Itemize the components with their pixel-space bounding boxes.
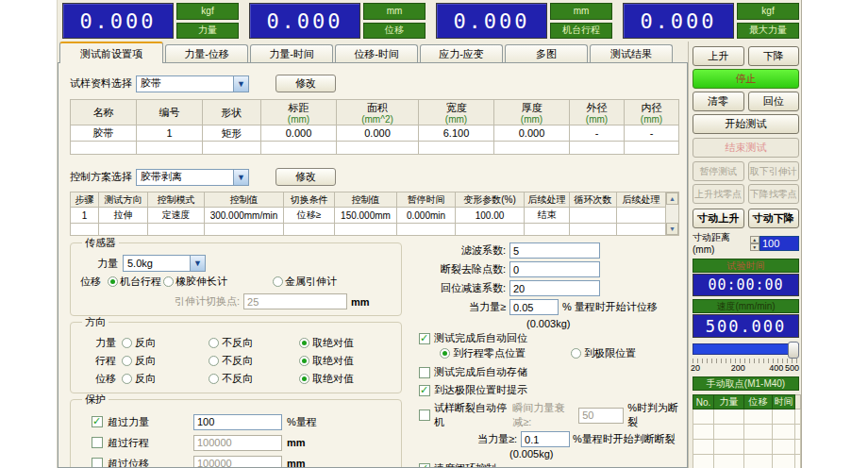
up-button[interactable]: 上升 [693,46,744,66]
radio-force-no-reverse[interactable] [209,338,219,348]
pretest-settings-page: 试样资料选择 胶带 ▼ 修改 名称 编号 形状 标距(mm) 面积( [58,62,688,468]
manual-points-table: No. 力量 位移 时间 [693,394,801,468]
sample-modify-button[interactable]: 修改 [275,75,336,92]
points-empty-row [693,410,801,425]
col-test-direction: 测试方向 [99,192,148,208]
scheme-modify-button[interactable]: 修改 [275,168,336,186]
sample-row[interactable]: 胶带1矩形0.0000.0006.1000.000-- [71,125,679,142]
down-find-zero-button[interactable]: 下降找零点 [748,184,800,204]
force-sensor-select[interactable]: 5.0kg ▼ [123,255,206,272]
checkbox-over-force[interactable] [92,416,103,427]
scheme-table-scrollbar[interactable]: ▲ ▼ [666,192,679,236]
remove-extensometer-button[interactable]: 取下引伸计 [748,161,800,181]
col-outer-dia: 外径(mm) [570,100,625,125]
radio-return-limit[interactable] [571,348,581,359]
scroll-down-icon[interactable]: ▼ [666,223,678,235]
force-unit-label: kgf [176,3,239,20]
col-shape: 形状 [203,100,261,125]
clear-zero-button[interactable]: 清零 [693,92,744,111]
scheme-row[interactable]: 1拉伸定速度300.000mm/min位移≥150.000mm0.000min1… [71,208,666,224]
radio-stroke-reverse[interactable] [122,356,132,366]
col-control-mode: 控制模式 [148,192,205,208]
tab-multi-chart[interactable]: 多图 [505,44,588,63]
scheme-select-label: 控制方案选择 [70,170,132,184]
radio-rubber-extensometer[interactable] [163,276,174,287]
radio-force-reverse[interactable] [122,338,132,348]
tab-stress-strain[interactable]: 应力-应变 [420,44,503,63]
sample-empty-row [71,142,679,155]
stroke-unit-label: mm [550,3,612,20]
radio-stroke-no-reverse[interactable] [209,356,219,366]
display-stroke: 0.000 mm机台行程 [436,3,612,40]
display-force: 0.000 kgf力量 [62,3,239,40]
stop-button[interactable]: 停止 [693,69,799,89]
chevron-down-icon[interactable]: ▼ [233,170,248,185]
return-decel-label: 回位减速系数: [419,281,509,295]
over-displacement-input[interactable] [193,456,282,468]
sample-select[interactable]: 胶带 ▼ [136,75,249,92]
col-post-process-2: 后续处理 [617,192,666,208]
chevron-down-icon[interactable]: ▼ [233,76,248,92]
checkbox-speed-loop[interactable] [419,463,430,468]
disp-start-input[interactable] [509,299,559,315]
tab-displacement-time[interactable]: 位移-时间 [335,44,418,63]
radio-disp-reverse[interactable] [122,374,132,384]
tab-force-displacement[interactable]: 力量-位移 [165,44,248,63]
force-name-label: 力量 [176,23,239,40]
scheme-select-value: 胶带剥离 [141,170,182,184]
checkbox-auto-return[interactable] [419,333,430,344]
points-scroll-corner [795,395,801,410]
checkbox-break-autostop[interactable] [419,410,430,421]
return-decel-input[interactable] [509,280,600,296]
displacement-name-label: 位移 [363,23,426,40]
scroll-up-icon[interactable]: ▲ [666,192,678,205]
scheme-select[interactable]: 胶带剥离 ▼ [136,169,249,186]
extensometer-switch-input[interactable] [243,293,347,309]
radio-metal-extensometer[interactable] [273,276,283,287]
end-test-button[interactable]: 结束测试 [693,138,799,158]
tab-pretest-settings[interactable]: 测试前设置项 [59,42,163,63]
stroke-value-display: 0.000 [436,3,547,39]
slider-thumb[interactable] [788,342,799,359]
radio-force-absolute[interactable] [299,338,309,348]
up-find-zero-button[interactable]: 上升找零点 [693,184,744,204]
col-thickness: 厚度(mm) [494,100,570,125]
start-test-button[interactable]: 开始测试 [693,114,799,134]
pause-test-button[interactable]: 暂停测试 [693,161,744,181]
col-inner-dia: 内径(mm) [625,100,679,125]
extensometer-switch-label: 引伸计切换点: [175,294,240,309]
direction-groupbox: 方向 力量 反向 不反向 取绝对值 行程 反向 不反向 [70,322,402,393]
return-home-button[interactable]: 回位 [748,92,800,111]
checkbox-over-displacement[interactable] [92,458,103,468]
radio-return-zero[interactable] [440,348,450,359]
radio-machine-stroke[interactable] [108,276,118,287]
tab-force-time[interactable]: 力量-时间 [250,44,333,63]
jog-down-button[interactable]: 寸动下降 [748,209,800,228]
chevron-down-icon[interactable]: ▼ [190,256,205,271]
tab-test-result[interactable]: 测试结果 [590,44,673,63]
checkbox-limit-prompt[interactable] [419,385,430,396]
break-remove-input[interactable] [509,261,600,277]
jog-distance-input[interactable] [760,236,799,251]
speed-slider[interactable] [693,343,799,355]
col-step: 步骤 [71,192,99,208]
radio-stroke-absolute[interactable] [299,356,309,366]
checkbox-over-stroke[interactable] [92,437,103,448]
judge-input[interactable] [521,431,570,447]
over-stroke-input[interactable] [193,435,282,451]
checkbox-auto-save[interactable] [419,367,430,378]
jog-up-button[interactable]: 寸动上升 [693,209,744,228]
radio-disp-absolute[interactable] [299,374,309,384]
display-max-force: 0.000 kgf最大力量 [623,3,799,40]
down-button[interactable]: 下降 [748,46,800,66]
decay-input[interactable] [578,408,624,424]
control-panel: 上升 下降 停止 清零 回位 开始测试 结束测试 暂停测试 取下引伸计 上升找零… [688,42,802,468]
filter-coef-input[interactable] [509,242,600,259]
col-width: 宽度(mm) [419,100,494,125]
col-gauge: 标距(mm) [261,100,337,125]
over-force-input[interactable] [193,414,282,430]
points-empty-row [693,455,801,468]
radio-disp-no-reverse[interactable] [209,374,219,384]
jog-distance-spinner[interactable]: ▲▼ [750,236,760,251]
max-force-name-label: 最大力量 [737,23,799,40]
